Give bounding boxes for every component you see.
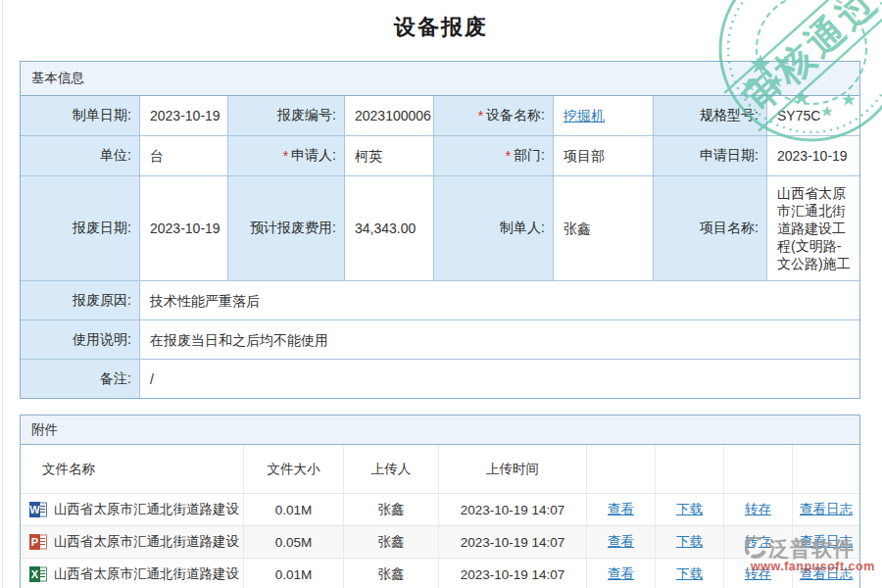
excel-file-icon: X (29, 566, 47, 582)
attachment-row-actions: 下载 (656, 526, 724, 559)
field-label-project-name: 项目名称: (654, 176, 767, 281)
download-link[interactable]: 下载 (676, 533, 703, 551)
field-label-unit: 单位: (21, 136, 140, 176)
attachment-row-upload-time: 2023-10-19 14:07 (439, 526, 587, 559)
column-header-file-name: 文件名称 (21, 445, 244, 494)
attachment-row-actions: 转存 (724, 494, 793, 526)
required-marker: * (283, 148, 288, 164)
field-value-applicant: 柯英 (345, 136, 434, 176)
column-header-action-transfer (724, 445, 793, 494)
field-value-spec-model: SY75C (767, 96, 859, 136)
transfer-link[interactable]: 转存 (745, 565, 771, 583)
basic-info-section-header: 基本信息 (21, 62, 859, 96)
attachments-section-header: 附件 (21, 416, 859, 445)
column-header-action-view (587, 445, 656, 494)
column-header-uploader: 上传人 (344, 445, 439, 494)
field-value-device-name: 挖掘机 (554, 96, 654, 136)
field-value-apply-date: 2023-10-19 (767, 136, 859, 176)
attachment-row-actions: 查看 (587, 494, 656, 526)
download-link[interactable]: 下载 (676, 565, 703, 583)
page-title: 设备报废 (0, 13, 882, 42)
field-value-creator: 张鑫 (554, 176, 654, 281)
basic-info-grid: 制单日期: 2023-10-19 报废编号: 2023100006 *设备名称:… (21, 96, 859, 398)
column-header-file-size: 文件大小 (244, 445, 344, 494)
attachments-table: 文件名称 文件大小 上传人 上传时间 W 山西省太原市汇通北街道路建设 0.01… (21, 445, 859, 588)
attachment-row-actions: 下载 (656, 559, 724, 588)
field-label-creator: 制单人: (434, 176, 554, 281)
attachment-row-file-name: X 山西省太原市汇通北街道路建设 (21, 559, 244, 588)
attachment-row-actions: 查看 (587, 559, 656, 588)
field-label-create-date: 制单日期: (21, 96, 140, 136)
view-log-link[interactable]: 查看日志 (800, 533, 853, 551)
transfer-link[interactable]: 转存 (745, 533, 771, 551)
column-header-action-download (656, 445, 724, 494)
powerpoint-file-icon: P (29, 534, 47, 550)
basic-info-section-title: 基本信息 (31, 70, 84, 87)
required-marker: * (478, 108, 483, 123)
svg-text:X: X (31, 568, 39, 580)
attachment-row-file-name: P 山西省太原市汇通北街道路建设 (21, 526, 244, 559)
field-value-scrap-date: 2023-10-19 (140, 176, 228, 281)
field-label-spec-model: 规格型号: (654, 96, 767, 136)
svg-text:W: W (29, 504, 40, 515)
field-label-scrap-date: 报废日期: (21, 176, 140, 281)
attachment-row-actions: 查看日志 (793, 526, 859, 559)
attachment-row-actions: 转存 (724, 526, 793, 559)
view-link[interactable]: 查看 (608, 501, 634, 518)
attachment-row-actions: 查看日志 (793, 494, 859, 526)
field-value-unit: 台 (140, 136, 228, 176)
field-label-scrap-cost: 预计报废费用: (228, 176, 345, 281)
download-link[interactable]: 下载 (676, 501, 703, 518)
attachment-row-file-size: 0.01M (244, 559, 344, 588)
view-log-link[interactable]: 查看日志 (800, 501, 853, 518)
transfer-link[interactable]: 转存 (745, 501, 771, 518)
attachment-row-uploader: 张鑫 (344, 559, 439, 588)
field-value-remark: / (140, 360, 859, 398)
required-marker: * (506, 148, 511, 164)
field-value-department: 项目部 (554, 136, 654, 176)
attachment-row-upload-time: 2023-10-19 14:07 (439, 559, 587, 588)
attachment-row-upload-time: 2023-10-19 14:07 (439, 494, 587, 526)
attachment-row-actions: 转存 (724, 559, 793, 588)
field-label-apply-date: 申请日期: (654, 136, 767, 176)
attachment-row-file-size: 0.05M (244, 526, 344, 559)
attachment-row-actions: 查看 (587, 526, 656, 559)
attachment-row-file-size: 0.01M (244, 494, 344, 526)
field-value-scrap-no: 2023100006 (345, 96, 434, 136)
attachments-panel: 附件 文件名称 文件大小 上传人 上传时间 W 山西省太原市汇通北街道路建设 (20, 415, 860, 588)
field-value-scrap-cost: 34,343.00 (345, 176, 434, 281)
field-label-applicant: *申请人: (228, 136, 345, 176)
field-label-scrap-reason: 报废原因: (21, 281, 140, 320)
field-label-scrap-no: 报废编号: (228, 96, 345, 136)
page: 设备报废 基本信息 制单日期: 2023-10-19 报废编号: 2023100… (0, 0, 882, 588)
attachments-section-title: 附件 (31, 421, 58, 439)
attachment-row-actions: 查看日志 (793, 559, 859, 588)
field-label-remark: 备注: (21, 360, 140, 398)
attachment-row-file-name: W 山西省太原市汇通北街道路建设 (21, 494, 244, 526)
word-file-icon: W (29, 502, 47, 517)
field-value-project-name: 山西省太原市汇通北街道路建设工程(文明路-文公路)施工 (767, 176, 859, 281)
device-name-link[interactable]: 挖掘机 (564, 107, 605, 124)
field-label-usage-note: 使用说明: (21, 320, 140, 360)
column-header-action-log (793, 445, 859, 494)
attachment-row-uploader: 张鑫 (344, 494, 439, 526)
view-link[interactable]: 查看 (608, 565, 634, 583)
view-log-link[interactable]: 查看日志 (800, 565, 853, 583)
field-label-department: *部门: (434, 136, 554, 176)
field-value-create-date: 2023-10-19 (140, 96, 228, 136)
basic-info-panel: 基本信息 制单日期: 2023-10-19 报废编号: 2023100006 *… (20, 61, 860, 399)
column-header-upload-time: 上传时间 (439, 445, 587, 494)
view-link[interactable]: 查看 (608, 533, 634, 551)
field-label-device-name: *设备名称: (434, 96, 554, 136)
attachment-row-actions: 下载 (656, 494, 724, 526)
field-value-scrap-reason: 技术性能严重落后 (140, 281, 859, 320)
attachment-row-uploader: 张鑫 (344, 526, 439, 559)
field-value-usage-note: 在报废当日和之后均不能使用 (140, 320, 859, 360)
svg-text:P: P (31, 536, 38, 548)
